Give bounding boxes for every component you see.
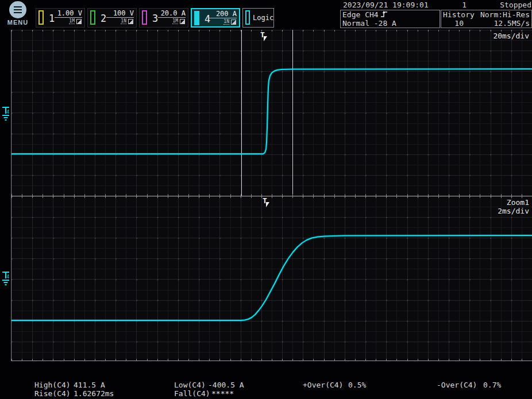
run-state: Stopped	[500, 1, 531, 9]
meas-low-value: -400.5 A	[208, 381, 244, 389]
channel-4-ground-marker[interactable]: 4	[1, 106, 11, 123]
probe-coupling-icon	[231, 20, 236, 25]
zoom-window-label: Zoom1	[507, 198, 529, 207]
channel-2-scale-value: 100 V	[106, 9, 134, 18]
zoom-timebase-label: 2ms/div	[498, 207, 529, 215]
channel-4-waveform	[11, 30, 532, 196]
channel-3-number: 3	[152, 13, 158, 24]
channel-4-zoom-ground-marker[interactable]: 4	[1, 271, 11, 288]
trigger-level: Normal -28 A	[342, 19, 396, 28]
channel-3-color-swatch	[142, 10, 147, 25]
acquisition-count: 1	[444, 1, 467, 9]
probe-coupling-icon	[180, 19, 185, 24]
menu-button-label: MENU	[5, 19, 31, 26]
meas-rise-value: 1.62672ms	[74, 389, 114, 398]
meas-rise-label: Rise(C4)	[34, 389, 71, 398]
impedance-label: 1N	[223, 19, 229, 25]
channel-1-number: 1	[49, 13, 55, 24]
main-waveform-window: T 20ms/div	[11, 30, 532, 196]
channel-badge-3[interactable]: 3 20.0 A 1M	[139, 8, 188, 28]
hamburger-icon	[9, 1, 26, 18]
meas-high-value: 411.5 A	[74, 381, 105, 389]
channel-2-color-swatch	[90, 10, 95, 25]
main-timebase-label: 20ms/div	[493, 32, 529, 40]
meas-pover-label: +Over(C4)	[303, 381, 343, 389]
channel-4-color-swatch	[194, 11, 199, 25]
probe-coupling-icon	[76, 19, 82, 24]
rising-edge-icon	[380, 10, 388, 18]
datetime: 2023/09/21 19:09:01	[343, 1, 429, 9]
svg-text:4: 4	[7, 110, 10, 115]
svg-text:4: 4	[7, 274, 10, 280]
history-acquisition-box[interactable]: History Norm:Hi-Res 10 12.5MS/s	[441, 10, 532, 28]
channel-badge-2[interactable]: 2 100 V 1N	[87, 8, 137, 28]
acquisition-mode: Norm:Hi-Res	[480, 10, 530, 19]
channel-4-scale-value: 200 A	[209, 10, 237, 18]
logic-badge[interactable]: Logic	[242, 8, 274, 28]
channel-3-scale-value: 20.0 A	[158, 9, 186, 18]
impedance-label: 1M	[69, 18, 75, 24]
history-count: 10	[443, 19, 464, 28]
zoom-waveform-window: T Zoom1 2ms/div	[11, 196, 532, 361]
meas-fall-label: Fall(C4)	[174, 389, 210, 398]
status-line: 2023/09/21 19:09:01 1 Stopped	[340, 1, 532, 9]
channel-1-color-swatch	[38, 10, 44, 25]
meas-nover-label: -Over(C4)	[437, 381, 477, 389]
channel-badge-4-selected[interactable]: 4 200 A 1N	[191, 8, 240, 28]
trigger-position-marker[interactable]: T	[260, 30, 265, 39]
menu-button[interactable]: MENU	[5, 1, 31, 26]
channel-1-scale-value: 1.00 V	[55, 9, 82, 18]
impedance-label: 1N	[121, 18, 126, 24]
meas-nover-value: 0.7%	[483, 381, 501, 389]
trigger-source: Edge CH4	[342, 10, 379, 19]
trigger-settings-box[interactable]: Edge CH4 Normal -28 A	[340, 10, 440, 28]
channel-2-number: 2	[101, 13, 106, 24]
sample-rate: 12.5MS/s	[494, 19, 530, 28]
meas-high-label: High(C4)	[34, 381, 71, 389]
channel-badge-1[interactable]: 1 1.00 V 1M	[36, 8, 85, 28]
probe-coupling-icon	[128, 19, 133, 24]
channel-4-zoom-waveform	[11, 196, 532, 361]
history-label: History	[443, 10, 475, 19]
zoom-trigger-position-marker[interactable]: T	[263, 196, 267, 205]
meas-low-label: Low(C4)	[174, 381, 206, 389]
meas-pover-value: 0.5%	[348, 381, 366, 389]
channel-badges: 1 1.00 V 1M 2 100 V 1N 3 20.0 A 1M 4 200…	[36, 8, 274, 28]
meas-fall-value: *****	[211, 389, 234, 398]
logic-color-swatch	[245, 10, 250, 25]
impedance-label: 1M	[172, 18, 178, 24]
logic-label: Logic	[253, 14, 273, 22]
